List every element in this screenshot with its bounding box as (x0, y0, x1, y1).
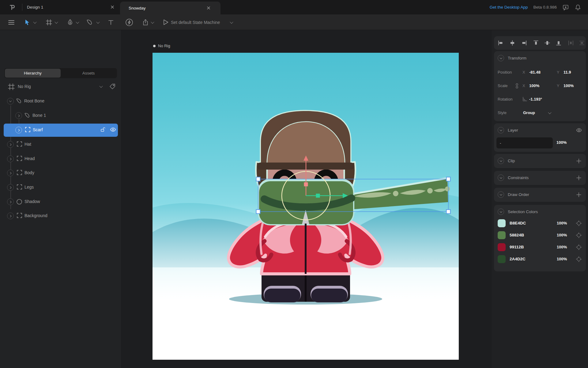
add-clip-button[interactable] (576, 158, 582, 164)
collapse-toggle[interactable] (498, 55, 504, 61)
align-vertical-center-icon[interactable] (545, 40, 550, 46)
artboard[interactable] (153, 53, 459, 360)
color-opacity[interactable]: 100% (557, 257, 567, 261)
tree-row-head[interactable]: Head (0, 152, 122, 166)
color-hex[interactable]: 2A4D2C (510, 257, 526, 261)
artboard-rig-status[interactable]: No Rig (153, 44, 170, 48)
state-machine-dropdown[interactable] (229, 14, 234, 30)
scale-x-input[interactable]: 100% (529, 83, 539, 88)
rotation-input[interactable]: -1.193° (529, 97, 542, 102)
canvas-stage[interactable]: No Rig (122, 30, 492, 368)
expand-toggle[interactable] (7, 155, 14, 162)
layer-visibility-eye-icon[interactable] (576, 127, 582, 133)
align-top-icon[interactable] (533, 40, 539, 46)
color-swatch[interactable] (498, 219, 506, 227)
color-swatch[interactable] (498, 255, 506, 263)
clip-section: Clip (494, 154, 586, 168)
color-opacity[interactable]: 100% (557, 245, 567, 249)
align-right-icon[interactable] (521, 40, 527, 46)
tree-row-shadow[interactable]: Shadow (0, 195, 122, 209)
color-opacity[interactable]: 100% (557, 221, 567, 225)
position-x-input[interactable]: -81.48 (529, 70, 541, 75)
expand-toggle[interactable] (15, 127, 22, 133)
notifications-bell-icon[interactable] (575, 4, 581, 11)
tree-row-body[interactable]: Body (0, 166, 122, 180)
expand-toggle[interactable] (7, 198, 14, 205)
collapse-toggle[interactable] (498, 174, 504, 181)
select-tool[interactable] (23, 14, 31, 30)
expand-toggle[interactable] (7, 141, 14, 148)
export-icon[interactable] (141, 14, 149, 30)
expand-toggle[interactable] (7, 213, 14, 219)
y-axis-handle[interactable] (304, 182, 308, 186)
color-hex[interactable]: 99112B (510, 245, 524, 249)
artboard-tool-dropdown[interactable] (54, 14, 59, 30)
position-y-input[interactable]: 11.9 (564, 70, 571, 75)
blend-mode-input[interactable]: - (496, 137, 553, 148)
tree-row-scarf[interactable]: Scarf (0, 123, 122, 137)
play-state-machine-button[interactable] (162, 14, 170, 30)
feedback-icon[interactable] (562, 4, 569, 11)
main-menu-button[interactable] (7, 14, 16, 30)
tab-hierarchy[interactable]: Hierarchy (5, 69, 61, 78)
export-dropdown[interactable] (150, 14, 155, 30)
events-tool[interactable] (124, 14, 134, 30)
state-machine-label[interactable]: Set default State Machine (171, 14, 229, 30)
expand-toggle[interactable] (7, 170, 14, 176)
collapse-toggle[interactable] (498, 191, 504, 198)
close-icon[interactable] (109, 4, 116, 10)
style-dropdown[interactable]: Group (523, 110, 535, 115)
collapse-toggle[interactable] (498, 158, 504, 164)
color-target-icon[interactable] (576, 256, 582, 262)
expand-toggle[interactable] (7, 98, 14, 105)
align-horizontal-center-icon[interactable] (510, 40, 515, 46)
tree-row-hat[interactable]: Hat (0, 137, 122, 151)
color-target-icon[interactable] (576, 244, 582, 250)
color-swatch[interactable] (498, 231, 506, 239)
text-tool[interactable] (107, 14, 115, 30)
pen-tool[interactable] (66, 14, 74, 30)
tree-row-legs[interactable]: Legs (0, 180, 122, 194)
character-illustration[interactable] (153, 53, 459, 360)
x-axis-handle[interactable] (316, 194, 320, 198)
collapse-toggle[interactable] (498, 127, 504, 133)
visibility-eye-icon[interactable] (110, 127, 116, 132)
scale-y-input[interactable]: 100% (564, 83, 574, 88)
shape-tool-dropdown[interactable] (96, 14, 100, 30)
color-target-icon[interactable] (576, 220, 582, 226)
distribute-horizontal-icon[interactable] (568, 40, 574, 46)
tab-snowday[interactable]: Snowday (120, 2, 221, 14)
tree-row-root-bone[interactable]: Root Bone (0, 94, 122, 108)
select-tool-dropdown[interactable] (32, 14, 37, 30)
close-icon[interactable] (205, 5, 212, 11)
artboard-tool[interactable] (45, 14, 53, 30)
unlock-icon[interactable] (100, 127, 106, 132)
tree-row-background[interactable]: Background (0, 209, 122, 223)
tag-icon[interactable] (109, 83, 116, 90)
color-swatch[interactable] (498, 243, 506, 251)
shape-tool[interactable] (85, 14, 94, 30)
tree-row-bone-1[interactable]: Bone 1 (0, 109, 122, 123)
tab-design-1[interactable]: Design 1 (27, 0, 119, 14)
expand-toggle[interactable] (7, 184, 14, 191)
get-desktop-app-link[interactable]: Get the Desktop App (490, 5, 528, 10)
distribute-vertical-icon[interactable] (579, 40, 585, 46)
add-draw-order-button[interactable] (576, 192, 582, 197)
add-constraint-button[interactable] (576, 175, 582, 181)
chevron-down-icon[interactable] (548, 111, 551, 114)
color-opacity[interactable]: 100% (557, 233, 567, 237)
collapse-toggle[interactable] (498, 209, 504, 215)
rig-selector[interactable]: No Rig (0, 82, 122, 92)
layer-opacity-input[interactable]: 100% (556, 140, 567, 145)
color-target-icon[interactable] (576, 232, 582, 238)
color-hex[interactable]: 58824B (510, 233, 524, 237)
scale-link-icon[interactable] (515, 83, 519, 89)
rive-logo[interactable] (9, 3, 17, 11)
tab-assets[interactable]: Assets (61, 69, 116, 78)
align-left-icon[interactable] (498, 40, 503, 46)
color-hex[interactable]: B8E4DC (510, 221, 526, 225)
chevron-down-icon[interactable] (99, 84, 103, 88)
pen-tool-dropdown[interactable] (75, 14, 80, 30)
expand-toggle[interactable] (15, 112, 22, 119)
align-bottom-icon[interactable] (556, 40, 561, 46)
